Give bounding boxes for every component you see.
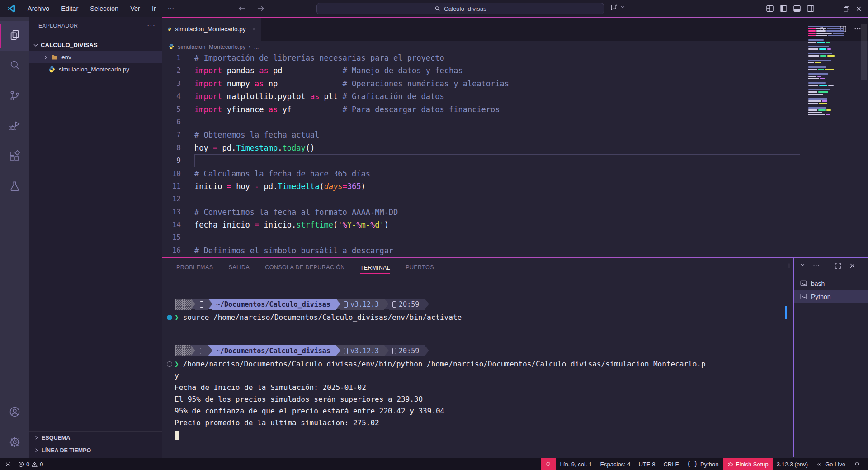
menu-ver[interactable]: Ver <box>124 3 146 14</box>
explorer-icon <box>9 29 21 43</box>
terminal-scrollbar[interactable] <box>785 306 787 319</box>
status-finish-setup[interactable]: Finish Setup <box>723 458 773 470</box>
chevron-down-icon <box>620 4 626 10</box>
line-number: 4 <box>162 90 194 103</box>
code-line-12[interactable]: 12 <box>162 193 868 205</box>
status-eol[interactable]: CRLF <box>659 458 683 470</box>
activitybar-item-source-control[interactable] <box>0 81 29 112</box>
status-indentation[interactable]: Espacios: 4 <box>596 458 634 470</box>
code-line-6[interactable]: 6 <box>162 116 868 128</box>
status-language-mode[interactable]: { }Python <box>683 458 722 470</box>
activitybar-item-settings[interactable] <box>0 428 29 458</box>
code-line-16[interactable]: 16# Definimos el símbolo bursátil a desc… <box>162 244 868 257</box>
close-tab-icon[interactable] <box>252 26 256 33</box>
menu-editar[interactable]: Editar <box>55 3 84 14</box>
minimap-line <box>808 62 855 63</box>
tree-root-folder[interactable]: CALCULO_DIVISAS <box>29 39 162 51</box>
line-number: 7 <box>162 128 194 141</box>
minimap-segment <box>816 94 823 95</box>
toggle-secondary-sidebar-icon[interactable] <box>806 4 815 13</box>
menu-[interactable]: ⋯ <box>162 3 180 14</box>
code-line-9[interactable]: 9 <box>162 154 868 167</box>
section-esquema[interactable]: ESQUEMA <box>29 431 162 444</box>
menu-archivo[interactable]: Archivo <box>22 3 55 14</box>
prompt-segment-user <box>175 299 191 310</box>
code-line-1[interactable]: 1# Importación de librerías necesarias p… <box>162 52 868 64</box>
command-center-search[interactable]: Calculo_divisas <box>316 3 604 14</box>
terminal-profiles-chevron-icon[interactable] <box>800 262 806 268</box>
status-encoding[interactable]: UTF-8 <box>635 458 660 470</box>
command-decoration-icon[interactable] <box>167 315 172 320</box>
status-go-live[interactable]: Go Live <box>812 458 849 470</box>
code-line-8[interactable]: 8hoy = pd.Timestamp.today() <box>162 142 868 154</box>
panel-tab-problemas[interactable]: PROBLEMAS <box>176 264 213 271</box>
code-line-5[interactable]: 5import yfinance as yf # Para descargar … <box>162 103 868 116</box>
section-linea-de-tiempo[interactable]: LÍNEA DE TIEMPO <box>29 444 162 456</box>
status-notifications[interactable] <box>849 458 864 470</box>
code-line-15[interactable]: 15 <box>162 231 868 244</box>
status-zoom-indicator[interactable] <box>541 458 556 470</box>
menubar: ArchivoEditarSelecciónVerIr⋯ <box>22 3 180 14</box>
problems-indicator[interactable]: 0 0 <box>18 461 43 468</box>
breadcrumb[interactable]: simulacion_Montecarlo.py › ... <box>162 41 868 52</box>
menu-seleccin[interactable]: Selección <box>84 3 124 14</box>
code-line-13[interactable]: 13# Convertimos la fecha al formato AAAA… <box>162 206 868 218</box>
code-line-7[interactable]: 7# Obtenemos la fecha actual <box>162 128 868 141</box>
activitybar-item-testing[interactable] <box>0 172 29 203</box>
token-str: ' <box>338 220 342 229</box>
token-tx: hoy <box>231 182 255 191</box>
nav-back-icon[interactable] <box>237 4 247 14</box>
terminal-viewport[interactable]: ~/Documentos/Calculo_divisasv3.12.320:59… <box>162 277 787 458</box>
code-editor[interactable]: 1# Importación de librerías necesarias p… <box>162 52 868 257</box>
panel-tab-bar: PROBLEMASSALIDACONSOLA DE DEPURACIÓNTERM… <box>176 260 434 276</box>
command-decoration-icon[interactable] <box>167 361 172 367</box>
panel-tab-terminal[interactable]: TERMINAL <box>360 265 390 274</box>
activitybar-item-run-debug[interactable] <box>0 112 29 142</box>
code-line-14[interactable]: 14fecha_inicio = inicio.strftime('%Y-%m-… <box>162 218 868 231</box>
tree-item-env[interactable]: env <box>29 51 162 63</box>
panel-tab-salida[interactable]: SALIDA <box>228 264 250 271</box>
code-line-content: import yfinance as yf # Para descargar d… <box>194 103 800 116</box>
close-window-icon[interactable] <box>855 5 863 13</box>
nav-forward-icon[interactable] <box>256 4 266 14</box>
maximize-panel-icon[interactable] <box>834 262 842 270</box>
copilot-menu[interactable] <box>609 3 626 12</box>
code-line-3[interactable]: 3import numpy as np # Operaciones numéri… <box>162 77 868 90</box>
sidebar-more-actions-icon[interactable]: ··· <box>147 22 156 30</box>
tree-item-simulacion-montecarlo[interactable]: simulacion_Montecarlo.py <box>29 63 162 76</box>
status-cursor-position[interactable]: Lín. 9, col. 1 <box>556 458 596 470</box>
menu-ir[interactable]: Ir <box>146 3 162 14</box>
minimap-line <box>808 30 855 32</box>
activitybar-item-explorer[interactable] <box>0 21 29 51</box>
tab-simulacion-montecarlo[interactable]: simulacion_Montecarlo.py <box>162 17 261 41</box>
panel-tab-puertos[interactable]: PUERTOS <box>406 264 434 271</box>
terminal-session-bash[interactable]: bash <box>794 277 868 290</box>
minimap-segment <box>826 42 830 43</box>
new-terminal-icon[interactable] <box>785 262 793 270</box>
code-line-4[interactable]: 4import matplotlib.pyplot as plt # Grafi… <box>162 90 868 103</box>
toggle-primary-sidebar-icon[interactable] <box>779 4 788 13</box>
powerline-arrow <box>336 345 340 356</box>
activitybar-item-extensions[interactable] <box>0 142 29 172</box>
customize-layout-icon[interactable] <box>765 4 774 13</box>
restore-icon[interactable] <box>843 5 850 13</box>
panel-tab-consola-de-depuraci-n[interactable]: CONSOLA DE DEPURACIÓN <box>265 264 345 271</box>
terminal-session-python[interactable]: Python <box>794 290 868 303</box>
status-python-interpreter[interactable]: 3.12.3 (env) <box>773 458 812 470</box>
chevron-right-icon <box>33 447 40 454</box>
remote-indicator-icon[interactable] <box>5 461 11 468</box>
activitybar-item-accounts[interactable] <box>0 398 29 428</box>
activitybar-item-search[interactable] <box>0 51 29 81</box>
toggle-panel-icon[interactable] <box>793 4 802 13</box>
code-line-11[interactable]: 11inicio = hoy - pd.Timedelta(days=365) <box>162 180 868 193</box>
panel-more-actions-icon[interactable] <box>812 262 820 270</box>
explorer-sidebar: EXPLORADOR ··· CALCULO_DIVISAS env simul… <box>29 17 162 458</box>
minimize-icon[interactable] <box>830 5 838 13</box>
minimap[interactable] <box>808 26 855 116</box>
code-line-10[interactable]: 10# Calculamos la fecha de hace 365 días <box>162 167 868 180</box>
minimap-line <box>808 91 855 93</box>
code-line-2[interactable]: 2import pandas as pd # Manejo de datos y… <box>162 64 868 77</box>
terminal-command-block: ~/Documentos/Calculo_divisasv3.12.320:59… <box>175 345 787 441</box>
editor-scrollbar[interactable] <box>861 24 867 80</box>
close-panel-icon[interactable] <box>849 262 856 270</box>
